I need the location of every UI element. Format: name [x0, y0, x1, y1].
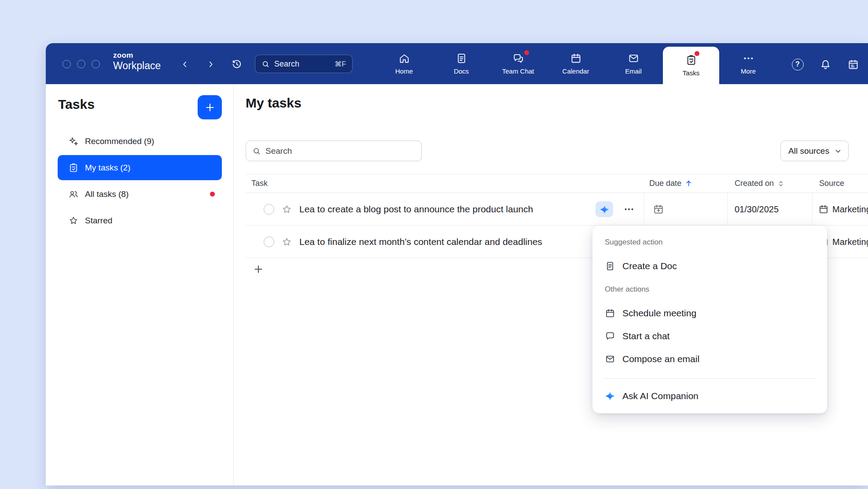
- ellipsis-icon: [622, 203, 636, 216]
- plus-icon: [253, 263, 264, 275]
- sidebar-item-label: All tasks (8): [85, 189, 129, 199]
- home-icon: [398, 52, 410, 64]
- menu-section-heading: Suggested action: [605, 238, 662, 247]
- window-control-3[interactable]: [92, 60, 100, 68]
- calendar-icon: [605, 308, 615, 319]
- chevron-down-icon: [834, 147, 842, 155]
- calendar-panel-icon: [847, 59, 859, 70]
- nav-calendar[interactable]: Calendar: [552, 43, 600, 84]
- menu-item-schedule-meeting[interactable]: Schedule meeting: [596, 302, 824, 325]
- menu-item-label: Create a Doc: [622, 261, 677, 271]
- sparkle-icon: [68, 136, 79, 147]
- calendar-icon: [570, 52, 582, 64]
- ai-companion-icon: [600, 204, 610, 215]
- doc-icon: [605, 261, 615, 271]
- search-shortcut: ⌘F: [335, 60, 346, 68]
- created-on-value: 01/30/2025: [735, 193, 779, 226]
- menu-section-heading: Other actions: [605, 285, 649, 294]
- page-title: My tasks: [246, 96, 302, 111]
- titlebar: zoom Workplace Search ⌘F Home Docs: [46, 43, 868, 84]
- star-icon: [281, 237, 292, 248]
- people-icon: [68, 189, 79, 200]
- menu-item-create-doc[interactable]: Create a Doc: [596, 255, 824, 278]
- notifications-button[interactable]: [818, 57, 833, 72]
- global-search[interactable]: Search ⌘F: [255, 55, 353, 73]
- add-task-button[interactable]: [252, 263, 265, 276]
- back-button[interactable]: [177, 57, 192, 72]
- menu-divider: [603, 378, 817, 379]
- column-header-created-on[interactable]: Created on: [735, 174, 785, 193]
- sidebar-item-all-tasks[interactable]: All tasks (8): [58, 182, 222, 207]
- plus-icon: [204, 102, 216, 113]
- global-search-placeholder: Search: [274, 59, 330, 69]
- nav-team-chat[interactable]: Team Chat: [494, 43, 542, 84]
- bell-icon: [820, 59, 831, 70]
- menu-item-label: Compose an email: [622, 354, 699, 364]
- task-list-icon: [68, 163, 79, 173]
- column-header-source[interactable]: Source: [819, 174, 844, 193]
- task-complete-checkbox[interactable]: [264, 204, 274, 215]
- task-title: Lea to create a blog post to announce th…: [299, 193, 533, 226]
- calendar-icon: [818, 204, 829, 215]
- sidebar-item-recommended[interactable]: Recommended (9): [58, 129, 222, 154]
- nav-docs[interactable]: Docs: [438, 43, 485, 84]
- menu-item-label: Ask AI Companion: [622, 391, 699, 401]
- task-complete-checkbox[interactable]: [264, 237, 274, 247]
- docs-icon: [456, 52, 467, 64]
- star-icon: [281, 204, 292, 215]
- menu-item-compose-email[interactable]: Compose an email: [596, 348, 824, 370]
- sidebar-item-label: My tasks (2): [85, 163, 130, 173]
- new-task-button[interactable]: [198, 95, 222, 119]
- star-task-button[interactable]: [281, 237, 292, 248]
- sidebar-item-label: Starred: [85, 216, 112, 226]
- window-control-2[interactable]: [77, 60, 85, 68]
- menu-item-ask-ai-companion[interactable]: Ask AI Companion: [596, 385, 824, 408]
- zoom-workplace-logo: zoom Workplace: [113, 52, 161, 71]
- task-search[interactable]: [246, 141, 422, 161]
- sidebar-item-starred[interactable]: Starred: [58, 208, 222, 233]
- nav-email[interactable]: Email: [610, 43, 657, 84]
- nav-more[interactable]: More: [725, 43, 772, 84]
- task-title: Lea to finalize next month’s content cal…: [299, 226, 542, 258]
- sources-filter-label: All sources: [788, 146, 829, 156]
- search-icon: [261, 60, 270, 68]
- app-window: zoom Workplace Search ⌘F Home Docs: [46, 43, 868, 485]
- column-header-task[interactable]: Task: [251, 174, 268, 193]
- sidebar-item-my-tasks[interactable]: My tasks (2): [58, 155, 222, 180]
- ai-companion-action-button[interactable]: [596, 201, 613, 217]
- column-header-due-date[interactable]: Due date: [649, 174, 693, 193]
- nav-tasks-label: Tasks: [683, 69, 699, 77]
- all-tasks-badge: [210, 192, 215, 196]
- nav-home-label: Home: [395, 67, 413, 75]
- forward-button[interactable]: [203, 57, 218, 72]
- row-more-button[interactable]: [622, 203, 636, 216]
- window-control-1[interactable]: [63, 60, 71, 68]
- source-icon: [818, 204, 829, 215]
- logo-workplace: Workplace: [113, 61, 161, 71]
- help-button[interactable]: ?: [790, 57, 805, 72]
- menu-item-start-chat[interactable]: Start a chat: [596, 325, 824, 348]
- sources-filter-dropdown[interactable]: All sources: [780, 141, 849, 161]
- task-row-1[interactable]: Lea to create a blog post to announce th…: [246, 193, 868, 226]
- nav-home[interactable]: Home: [380, 43, 428, 84]
- task-search-input[interactable]: [265, 146, 415, 156]
- sidebar-title: Tasks: [58, 97, 95, 112]
- star-icon: [68, 215, 79, 226]
- nav-tasks-active-tab[interactable]: Tasks: [663, 47, 719, 84]
- search-icon: [252, 147, 261, 156]
- cell-separator: [727, 193, 728, 225]
- sort-toggle-icon: [777, 180, 785, 188]
- star-task-button[interactable]: [281, 204, 292, 215]
- add-due-date-button[interactable]: [653, 204, 664, 215]
- nav-email-label: Email: [625, 67, 642, 75]
- chat-bubble-icon: [605, 331, 615, 341]
- history-button[interactable]: [229, 57, 244, 72]
- nav-more-label: More: [741, 67, 756, 75]
- envelope-icon: [605, 354, 615, 364]
- cell-separator: [644, 193, 644, 225]
- chevron-left-icon: [180, 59, 190, 69]
- history-clock-icon: [231, 59, 243, 70]
- task-actions-menu: Suggested action Create a Doc Other acti…: [592, 226, 827, 413]
- schedule-panel-button[interactable]: [846, 57, 861, 72]
- cell-separator: [812, 193, 813, 225]
